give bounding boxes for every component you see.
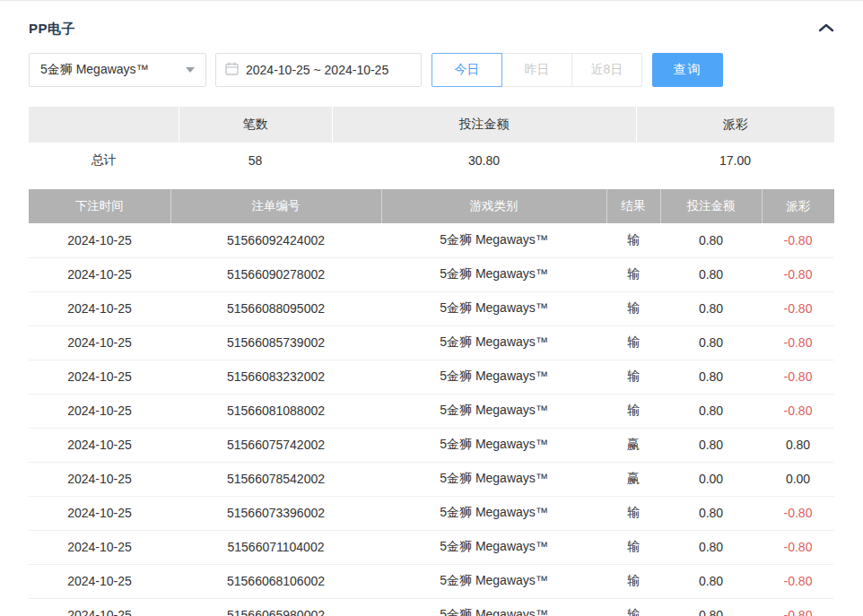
result-cell: 输 xyxy=(606,360,660,394)
game-type-cell: 5金狮 Megaways™ xyxy=(381,428,606,462)
result-cell: 输 xyxy=(606,257,660,291)
bet-amount-cell: 0.80 xyxy=(660,394,762,428)
bet-id-cell: 51566092424002 xyxy=(170,223,381,257)
bet-id-cell: 51566088095002 xyxy=(170,291,381,325)
payout-cell: -0.80 xyxy=(762,360,834,394)
bet-time-cell: 2024-10-25 xyxy=(29,564,170,598)
table-row: 2024-10-25 51566073396002 5金狮 Megaways™ … xyxy=(29,496,834,530)
last-8-days-button[interactable]: 近8日 xyxy=(571,53,642,87)
result-cell: 输 xyxy=(606,598,660,616)
table-row: 2024-10-25 51566071104002 5金狮 Megaways™ … xyxy=(29,530,834,564)
bet-id-cell: 51566073396002 xyxy=(170,496,381,530)
game-type-cell: 5金狮 Megaways™ xyxy=(381,360,606,394)
bet-table-header-row: 下注时间 注单编号 游戏类别 结果 投注金额 派彩 xyxy=(29,189,834,223)
quick-date-button-group: 今日 昨日 近8日 xyxy=(432,53,642,87)
bet-amount-cell: 0.80 xyxy=(660,291,762,325)
bet-amount-cell: 0.80 xyxy=(660,428,762,462)
header-payout: 派彩 xyxy=(762,189,834,223)
bet-id-cell: 51566085739002 xyxy=(170,325,381,360)
bet-id-cell: 51566065980002 xyxy=(170,598,381,616)
game-type-cell: 5金狮 Megaways™ xyxy=(381,530,606,564)
bet-time-cell: 2024-10-25 xyxy=(29,291,170,325)
bet-amount-cell: 0.80 xyxy=(660,564,762,598)
table-row: 2024-10-25 51566090278002 5金狮 Megaways™ … xyxy=(29,257,834,291)
date-range-value: 2024-10-25 ~ 2024-10-25 xyxy=(246,63,388,77)
bet-time-cell: 2024-10-25 xyxy=(29,496,170,530)
today-button[interactable]: 今日 xyxy=(432,53,502,87)
bet-id-cell: 51566071104002 xyxy=(170,530,381,564)
table-row: 2024-10-25 51566078542002 5金狮 Megaways™ … xyxy=(29,462,834,496)
game-select-value: 5金狮 Megaways™ xyxy=(40,62,149,78)
bet-time-cell: 2024-10-25 xyxy=(29,325,170,360)
payout-cell: -0.80 xyxy=(762,291,834,325)
summary-payout-value: 17.00 xyxy=(636,143,834,178)
summary-total-row: 总计 58 30.80 17.00 xyxy=(29,143,834,178)
summary-header-count: 笔数 xyxy=(179,107,332,143)
summary-header-row: 笔数 投注金额 派彩 xyxy=(29,107,834,143)
table-row: 2024-10-25 51566092424002 5金狮 Megaways™ … xyxy=(29,223,834,257)
calendar-icon xyxy=(225,62,239,78)
game-select[interactable]: 5金狮 Megaways™ xyxy=(29,53,206,87)
bet-amount-cell: 0.80 xyxy=(660,325,762,360)
result-cell: 输 xyxy=(606,325,660,360)
pp-electronic-panel: PP电子 5金狮 Megaways™ 2024-10-25 ~ 2024-10-… xyxy=(0,0,863,616)
table-row: 2024-10-25 51566081088002 5金狮 Megaways™ … xyxy=(29,394,834,428)
result-cell: 输 xyxy=(606,223,660,257)
chevron-down-icon xyxy=(186,67,195,73)
bet-amount-cell: 0.80 xyxy=(660,223,762,257)
bet-time-cell: 2024-10-25 xyxy=(29,598,170,616)
date-range-input[interactable]: 2024-10-25 ~ 2024-10-25 xyxy=(215,53,422,87)
payout-cell: -0.80 xyxy=(762,496,834,530)
game-type-cell: 5金狮 Megaways™ xyxy=(381,394,606,428)
table-row: 2024-10-25 51566088095002 5金狮 Megaways™ … xyxy=(29,291,834,325)
result-cell: 输 xyxy=(606,564,660,598)
header-result: 结果 xyxy=(606,189,660,223)
bet-time-cell: 2024-10-25 xyxy=(29,257,170,291)
bet-amount-cell: 0.80 xyxy=(660,496,762,530)
bet-amount-cell: 0.80 xyxy=(660,598,762,616)
summary-bet-amount-value: 30.80 xyxy=(332,143,636,178)
game-type-cell: 5金狮 Megaways™ xyxy=(381,325,606,360)
game-type-cell: 5金狮 Megaways™ xyxy=(381,257,606,291)
game-type-cell: 5金狮 Megaways™ xyxy=(381,462,606,496)
payout-cell: -0.80 xyxy=(762,325,834,360)
bet-amount-cell: 0.80 xyxy=(660,360,762,394)
payout-cell: -0.80 xyxy=(762,257,834,291)
result-cell: 输 xyxy=(606,291,660,325)
yesterday-button[interactable]: 昨日 xyxy=(501,53,572,87)
payout-cell: -0.80 xyxy=(762,223,834,257)
header-game-type: 游戏类别 xyxy=(381,189,606,223)
summary-header-payout: 派彩 xyxy=(636,107,834,143)
summary-total-label: 总计 xyxy=(29,143,179,178)
bet-id-cell: 51566078542002 xyxy=(170,462,381,496)
table-row: 2024-10-25 51566068106002 5金狮 Megaways™ … xyxy=(29,564,834,598)
bet-time-cell: 2024-10-25 xyxy=(29,360,170,394)
chevron-up-icon xyxy=(818,22,834,36)
table-row: 2024-10-25 51566065980002 5金狮 Megaways™ … xyxy=(29,598,834,616)
payout-cell: -0.80 xyxy=(762,598,834,616)
summary-header-blank xyxy=(29,107,179,143)
payout-cell: -0.80 xyxy=(762,530,834,564)
collapse-button[interactable] xyxy=(818,22,834,36)
game-type-cell: 5金狮 Megaways™ xyxy=(381,598,606,616)
game-type-cell: 5金狮 Megaways™ xyxy=(381,564,606,598)
payout-cell: -0.80 xyxy=(762,394,834,428)
bet-id-cell: 51566068106002 xyxy=(170,564,381,598)
bet-table-body: 2024-10-25 51566092424002 5金狮 Megaways™ … xyxy=(29,223,834,616)
bet-amount-cell: 0.00 xyxy=(660,462,762,496)
panel-header: PP电子 xyxy=(29,1,834,38)
result-cell: 输 xyxy=(606,496,660,530)
game-type-cell: 5金狮 Megaways™ xyxy=(381,291,606,325)
bet-time-cell: 2024-10-25 xyxy=(29,530,170,564)
payout-cell: 0.80 xyxy=(762,428,834,462)
search-button[interactable]: 查询 xyxy=(652,53,723,87)
bet-amount-cell: 0.80 xyxy=(660,530,762,564)
bet-time-cell: 2024-10-25 xyxy=(29,394,170,428)
page-title: PP电子 xyxy=(29,21,75,38)
bet-id-cell: 51566081088002 xyxy=(170,394,381,428)
bet-time-cell: 2024-10-25 xyxy=(29,428,170,462)
filter-bar: 5金狮 Megaways™ 2024-10-25 ~ 2024-10-25 今日… xyxy=(29,53,834,87)
bet-time-cell: 2024-10-25 xyxy=(29,462,170,496)
result-cell: 输 xyxy=(606,394,660,428)
game-type-cell: 5金狮 Megaways™ xyxy=(381,496,606,530)
